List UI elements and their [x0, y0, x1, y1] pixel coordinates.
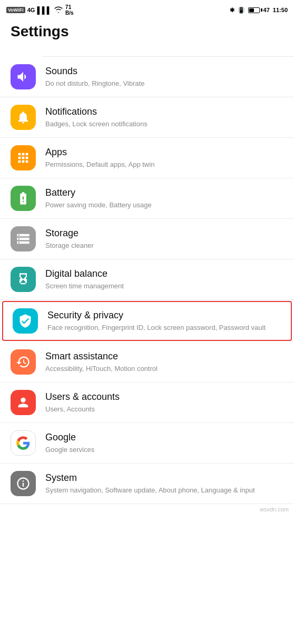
status-bar: VoWiFi 4G ▌▌▌ 71B/s ✱ 📳 47 11:50 — [0, 0, 294, 19]
shield-icon — [18, 314, 33, 328]
speed-display: 71B/s — [65, 4, 74, 16]
smart-assistance-text: Smart assistance Accessibility, HiTouch,… — [45, 350, 283, 374]
wifi-icon — [54, 6, 63, 14]
google-icon-wrapper — [11, 430, 36, 456]
settings-item-digital-balance[interactable]: Digital balance Screen time management — [0, 259, 294, 300]
sounds-icon-wrapper — [11, 64, 36, 89]
settings-item-storage[interactable]: Storage Storage cleaner — [0, 219, 294, 259]
notification-icon — [16, 110, 31, 125]
status-left: VoWiFi 4G ▌▌▌ 71B/s — [6, 4, 74, 16]
time-display: 11:50 — [273, 7, 288, 13]
notifications-title: Notifications — [45, 106, 283, 118]
settings-item-security-privacy[interactable]: Security & privacy Face recognition, Fin… — [2, 301, 292, 341]
digital-balance-icon-wrapper — [11, 267, 36, 292]
hourglass-icon — [16, 272, 31, 287]
notif-icon-wrapper — [11, 105, 36, 130]
smart-assistance-icon-wrapper — [11, 349, 36, 375]
battery-icon-wrapper — [11, 186, 36, 211]
sounds-title: Sounds — [45, 65, 283, 77]
vibrate-icon: 📳 — [238, 7, 245, 14]
settings-item-apps[interactable]: Apps Permissions, Default apps, App twin — [0, 138, 294, 178]
battery-display: 47 — [248, 7, 270, 13]
battery-subtitle: Power saving mode, Battery usage — [45, 200, 283, 210]
settings-item-system[interactable]: System System navigation, Software updat… — [0, 464, 294, 504]
apps-icon — [16, 150, 31, 165]
page-title: Settings — [0, 19, 294, 42]
settings-item-battery[interactable]: Battery Power saving mode, Battery usage — [0, 178, 294, 219]
sounds-subtitle: Do not disturb, Ringtone, Vibrate — [45, 79, 283, 88]
notifications-text: Notifications Badges, Lock screen notifi… — [45, 106, 283, 129]
vowifi-badge: VoWiFi — [6, 7, 25, 13]
network-type: 4G — [27, 7, 35, 13]
person-icon — [16, 395, 31, 410]
system-title: System — [45, 472, 283, 484]
settings-item-notifications[interactable]: Notifications Badges, Lock screen notifi… — [0, 97, 294, 138]
storage-subtitle: Storage cleaner — [45, 241, 283, 250]
system-text: System System navigation, Software updat… — [45, 472, 283, 495]
storage-text: Storage Storage cleaner — [45, 227, 283, 250]
system-subtitle: System navigation, Software update, Abou… — [45, 486, 283, 495]
storage-icon-wrapper — [11, 226, 36, 251]
system-icon-wrapper — [11, 471, 36, 496]
hand-icon — [16, 355, 31, 369]
signal-bars: ▌▌▌ — [37, 6, 52, 14]
status-right: ✱ 📳 47 11:50 — [230, 7, 288, 14]
battery-text: Battery Power saving mode, Battery usage — [45, 187, 283, 210]
digital-balance-title: Digital balance — [45, 268, 283, 280]
settings-item-users-accounts[interactable]: Users & accounts Users, Accounts — [0, 383, 294, 423]
notifications-subtitle: Badges, Lock screen notifications — [45, 119, 283, 129]
storage-title: Storage — [45, 227, 283, 239]
settings-item-smart-assistance[interactable]: Smart assistance Accessibility, HiTouch,… — [0, 342, 294, 383]
security-privacy-text: Security & privacy Face recognition, Fin… — [47, 309, 281, 333]
digital-balance-text: Digital balance Screen time management — [45, 268, 283, 291]
settings-list: Sounds Do not disturb, Ringtone, Vibrate… — [0, 57, 294, 504]
security-icon-wrapper — [13, 308, 38, 334]
smart-assistance-title: Smart assistance — [45, 350, 283, 363]
settings-item-sounds[interactable]: Sounds Do not disturb, Ringtone, Vibrate — [0, 57, 294, 97]
google-logo-icon — [16, 436, 31, 450]
security-privacy-title: Security & privacy — [47, 309, 281, 321]
users-accounts-subtitle: Users, Accounts — [45, 405, 283, 414]
users-accounts-title: Users & accounts — [45, 391, 283, 403]
apps-title: Apps — [45, 146, 283, 158]
google-subtitle: Google services — [45, 445, 283, 455]
bluetooth-icon: ✱ — [230, 7, 234, 14]
digital-balance-subtitle: Screen time management — [45, 281, 283, 291]
info-icon — [16, 476, 31, 491]
users-accounts-text: Users & accounts Users, Accounts — [45, 391, 283, 414]
google-text: Google Google services — [45, 431, 283, 455]
smart-assistance-subtitle: Accessibility, HiTouch, Motion control — [45, 364, 283, 374]
apps-subtitle: Permissions, Default apps, App twin — [45, 160, 283, 169]
apps-text: Apps Permissions, Default apps, App twin — [45, 146, 283, 169]
volume-icon — [16, 69, 31, 84]
battery-title: Battery — [45, 187, 283, 199]
sounds-text: Sounds Do not disturb, Ringtone, Vibrate — [45, 65, 283, 88]
battery-settings-icon — [16, 191, 31, 206]
security-privacy-subtitle: Face recognition, Fingerprint ID, Lock s… — [47, 323, 281, 333]
google-title: Google — [45, 431, 283, 444]
storage-icon — [16, 232, 31, 246]
settings-item-google[interactable]: Google Google services — [0, 423, 294, 464]
watermark: wsxdn.com — [0, 504, 294, 515]
apps-icon-wrapper — [11, 145, 36, 170]
users-icon-wrapper — [11, 390, 36, 415]
partial-top-indicator — [42, 42, 294, 57]
